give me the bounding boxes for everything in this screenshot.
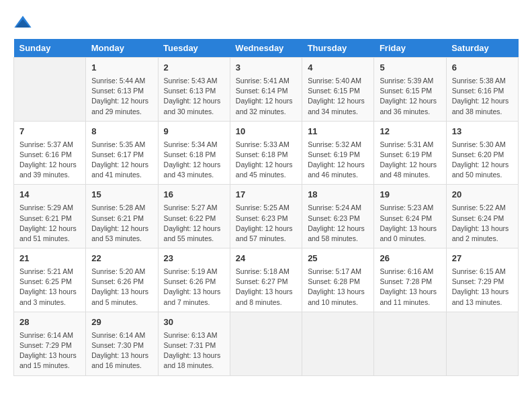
day-number: 9 [164,126,224,138]
calendar-cell [14,58,86,122]
day-number: 22 [91,253,152,265]
calendar-cell: 1Sunrise: 5:44 AM Sunset: 6:13 PM Daylig… [86,58,158,122]
day-info: Sunrise: 5:39 AM Sunset: 6:15 PM Dayligh… [380,76,440,117]
calendar-cell: 30Sunrise: 6:13 AM Sunset: 7:31 PM Dayli… [158,312,230,375]
calendar-body: 1Sunrise: 5:44 AM Sunset: 6:13 PM Daylig… [14,58,519,376]
day-info: Sunrise: 6:14 AM Sunset: 7:29 PM Dayligh… [19,330,80,371]
day-info: Sunrise: 5:44 AM Sunset: 6:13 PM Dayligh… [91,76,152,117]
day-number: 24 [236,253,296,265]
day-number: 3 [236,62,296,75]
day-number: 18 [308,189,368,201]
day-number: 15 [91,189,152,201]
day-info: Sunrise: 5:30 AM Sunset: 6:20 PM Dayligh… [452,140,513,181]
day-info: Sunrise: 6:14 AM Sunset: 7:30 PM Dayligh… [91,330,152,371]
day-info: Sunrise: 5:23 AM Sunset: 6:24 PM Dayligh… [380,203,440,244]
day-header-sunday: Sunday [14,39,86,58]
day-number: 6 [452,62,513,75]
day-number: 5 [380,62,440,75]
calendar-cell: 18Sunrise: 5:24 AM Sunset: 6:23 PM Dayli… [302,185,374,248]
calendar-cell: 7Sunrise: 5:37 AM Sunset: 6:16 PM Daylig… [14,121,86,185]
day-header-tuesday: Tuesday [158,39,230,58]
day-number: 19 [380,189,440,201]
day-info: Sunrise: 5:28 AM Sunset: 6:21 PM Dayligh… [91,203,152,244]
calendar-cell: 9Sunrise: 5:34 AM Sunset: 6:18 PM Daylig… [158,121,230,185]
day-header-wednesday: Wednesday [230,39,302,58]
calendar-cell: 16Sunrise: 5:27 AM Sunset: 6:22 PM Dayli… [158,185,230,248]
calendar-cell: 11Sunrise: 5:32 AM Sunset: 6:19 PM Dayli… [302,121,374,185]
day-info: Sunrise: 6:13 AM Sunset: 7:31 PM Dayligh… [164,330,224,371]
day-number: 26 [380,253,440,265]
day-number: 21 [19,253,80,265]
calendar-cell [374,312,446,375]
day-info: Sunrise: 5:20 AM Sunset: 6:26 PM Dayligh… [91,267,152,308]
calendar-week-4: 21Sunrise: 5:21 AM Sunset: 6:25 PM Dayli… [14,248,519,312]
calendar-cell: 5Sunrise: 5:39 AM Sunset: 6:15 PM Daylig… [374,58,446,122]
day-number: 11 [308,126,368,138]
day-header-thursday: Thursday [302,39,374,58]
calendar-week-3: 14Sunrise: 5:29 AM Sunset: 6:21 PM Dayli… [14,185,519,248]
calendar-header: SundayMondayTuesdayWednesdayThursdayFrid… [14,39,519,58]
day-info: Sunrise: 5:40 AM Sunset: 6:15 PM Dayligh… [308,76,368,117]
day-info: Sunrise: 5:32 AM Sunset: 6:19 PM Dayligh… [308,140,368,181]
day-info: Sunrise: 5:33 AM Sunset: 6:18 PM Dayligh… [236,140,296,181]
day-info: Sunrise: 5:22 AM Sunset: 6:24 PM Dayligh… [452,203,513,244]
calendar-cell: 23Sunrise: 5:19 AM Sunset: 6:26 PM Dayli… [158,248,230,312]
day-number: 1 [91,62,152,75]
day-info: Sunrise: 5:43 AM Sunset: 6:13 PM Dayligh… [164,76,224,117]
day-info: Sunrise: 5:19 AM Sunset: 6:26 PM Dayligh… [164,267,224,308]
day-number: 28 [19,316,80,329]
day-info: Sunrise: 5:29 AM Sunset: 6:21 PM Dayligh… [19,203,80,244]
day-info: Sunrise: 6:15 AM Sunset: 7:29 PM Dayligh… [452,267,513,308]
calendar-cell: 8Sunrise: 5:35 AM Sunset: 6:17 PM Daylig… [86,121,158,185]
calendar-cell: 2Sunrise: 5:43 AM Sunset: 6:13 PM Daylig… [158,58,230,122]
calendar-cell: 20Sunrise: 5:22 AM Sunset: 6:24 PM Dayli… [446,185,518,248]
calendar-week-5: 28Sunrise: 6:14 AM Sunset: 7:29 PM Dayli… [14,312,519,375]
day-info: Sunrise: 5:25 AM Sunset: 6:23 PM Dayligh… [236,203,296,244]
calendar-cell: 19Sunrise: 5:23 AM Sunset: 6:24 PM Dayli… [374,185,446,248]
logo-icon [13,13,32,32]
calendar-cell: 22Sunrise: 5:20 AM Sunset: 6:26 PM Dayli… [86,248,158,312]
calendar-week-1: 1Sunrise: 5:44 AM Sunset: 6:13 PM Daylig… [14,58,519,122]
day-number: 16 [164,189,224,201]
day-number: 7 [19,126,80,138]
logo [13,13,35,32]
calendar-cell: 29Sunrise: 6:14 AM Sunset: 7:30 PM Dayli… [86,312,158,375]
calendar-cell: 27Sunrise: 6:15 AM Sunset: 7:29 PM Dayli… [446,248,518,312]
day-number: 14 [19,189,80,201]
day-number: 23 [164,253,224,265]
day-info: Sunrise: 5:34 AM Sunset: 6:18 PM Dayligh… [164,140,224,181]
day-info: Sunrise: 5:18 AM Sunset: 6:27 PM Dayligh… [236,267,296,308]
calendar-cell [230,312,302,375]
day-number: 8 [91,126,152,138]
calendar-cell: 12Sunrise: 5:31 AM Sunset: 6:19 PM Dayli… [374,121,446,185]
calendar-cell: 6Sunrise: 5:38 AM Sunset: 6:16 PM Daylig… [446,58,518,122]
day-number: 10 [236,126,296,138]
calendar-cell: 4Sunrise: 5:40 AM Sunset: 6:15 PM Daylig… [302,58,374,122]
day-info: Sunrise: 5:37 AM Sunset: 6:16 PM Dayligh… [19,140,80,181]
calendar-cell: 25Sunrise: 5:17 AM Sunset: 6:28 PM Dayli… [302,248,374,312]
day-number: 4 [308,62,368,75]
day-header-saturday: Saturday [446,39,518,58]
day-info: Sunrise: 5:31 AM Sunset: 6:19 PM Dayligh… [380,140,440,181]
calendar-cell: 13Sunrise: 5:30 AM Sunset: 6:20 PM Dayli… [446,121,518,185]
calendar-cell: 24Sunrise: 5:18 AM Sunset: 6:27 PM Dayli… [230,248,302,312]
calendar-cell: 15Sunrise: 5:28 AM Sunset: 6:21 PM Dayli… [86,185,158,248]
day-header-friday: Friday [374,39,446,58]
day-info: Sunrise: 5:21 AM Sunset: 6:25 PM Dayligh… [19,267,80,308]
calendar-cell [302,312,374,375]
day-info: Sunrise: 5:24 AM Sunset: 6:23 PM Dayligh… [308,203,368,244]
day-info: Sunrise: 5:38 AM Sunset: 6:16 PM Dayligh… [452,76,513,117]
day-number: 12 [380,126,440,138]
calendar-cell: 26Sunrise: 6:16 AM Sunset: 7:28 PM Dayli… [374,248,446,312]
day-number: 20 [452,189,513,201]
day-number: 2 [164,62,224,75]
day-number: 27 [452,253,513,265]
day-info: Sunrise: 5:27 AM Sunset: 6:22 PM Dayligh… [164,203,224,244]
header [13,13,519,32]
day-info: Sunrise: 6:16 AM Sunset: 7:28 PM Dayligh… [380,267,440,308]
calendar-cell [446,312,518,375]
day-number: 17 [236,189,296,201]
day-number: 30 [164,316,224,329]
calendar-cell: 14Sunrise: 5:29 AM Sunset: 6:21 PM Dayli… [14,185,86,248]
day-number: 25 [308,253,368,265]
